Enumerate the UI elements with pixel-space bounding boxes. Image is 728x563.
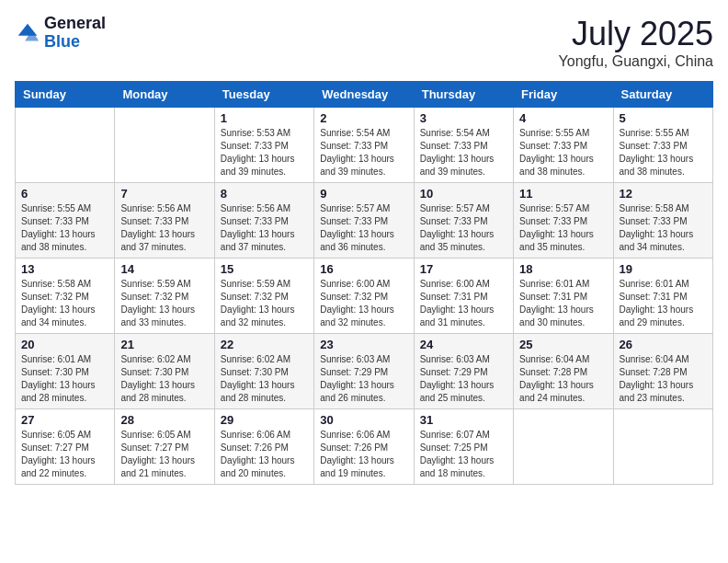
day-info: Sunrise: 6:05 AM Sunset: 7:27 PM Dayligh… bbox=[21, 429, 108, 480]
day-info: Sunrise: 6:06 AM Sunset: 7:26 PM Dayligh… bbox=[221, 429, 308, 480]
calendar-cell: 2Sunrise: 5:54 AM Sunset: 7:33 PM Daylig… bbox=[314, 108, 414, 183]
location-title: Yongfu, Guangxi, China bbox=[559, 53, 713, 70]
day-info: Sunrise: 6:00 AM Sunset: 7:32 PM Dayligh… bbox=[320, 278, 407, 329]
day-info: Sunrise: 6:04 AM Sunset: 7:28 PM Dayligh… bbox=[620, 353, 707, 405]
day-info: Sunrise: 5:56 AM Sunset: 7:33 PM Dayligh… bbox=[120, 202, 208, 254]
calendar-cell: 4Sunrise: 5:55 AM Sunset: 7:33 PM Daylig… bbox=[514, 108, 613, 183]
calendar-cell: 23Sunrise: 6:03 AM Sunset: 7:29 PM Dayli… bbox=[314, 334, 414, 409]
day-of-week-header: Sunday bbox=[16, 82, 115, 108]
day-info: Sunrise: 6:01 AM Sunset: 7:30 PM Dayligh… bbox=[21, 353, 108, 405]
calendar-cell: 7Sunrise: 5:56 AM Sunset: 7:33 PM Daylig… bbox=[115, 183, 214, 259]
day-info: Sunrise: 5:58 AM Sunset: 7:32 PM Dayligh… bbox=[21, 278, 108, 329]
day-number: 10 bbox=[420, 187, 507, 201]
day-info: Sunrise: 5:55 AM Sunset: 7:33 PM Dayligh… bbox=[519, 127, 607, 178]
day-number: 24 bbox=[420, 338, 507, 351]
day-info: Sunrise: 6:01 AM Sunset: 7:31 PM Dayligh… bbox=[519, 278, 607, 329]
day-of-week-header: Tuesday bbox=[214, 82, 313, 108]
day-info: Sunrise: 5:59 AM Sunset: 7:32 PM Dayligh… bbox=[120, 278, 208, 329]
day-info: Sunrise: 6:05 AM Sunset: 7:27 PM Dayligh… bbox=[120, 429, 208, 480]
calendar-week-row: 1Sunrise: 5:53 AM Sunset: 7:33 PM Daylig… bbox=[16, 108, 713, 183]
calendar-cell: 8Sunrise: 5:56 AM Sunset: 7:33 PM Daylig… bbox=[214, 183, 313, 259]
day-number: 1 bbox=[221, 111, 308, 125]
calendar-cell: 6Sunrise: 5:55 AM Sunset: 7:33 PM Daylig… bbox=[16, 183, 115, 259]
day-number: 23 bbox=[320, 338, 407, 351]
day-number: 18 bbox=[519, 262, 607, 276]
day-number: 27 bbox=[21, 413, 108, 427]
logo: General Blue bbox=[15, 15, 106, 52]
day-number: 16 bbox=[320, 262, 407, 276]
day-info: Sunrise: 5:57 AM Sunset: 7:33 PM Dayligh… bbox=[420, 202, 507, 254]
day-info: Sunrise: 5:56 AM Sunset: 7:33 PM Dayligh… bbox=[221, 202, 308, 254]
calendar-cell bbox=[115, 108, 214, 183]
calendar-cell: 13Sunrise: 5:58 AM Sunset: 7:32 PM Dayli… bbox=[16, 259, 115, 334]
day-info: Sunrise: 5:55 AM Sunset: 7:33 PM Dayligh… bbox=[620, 127, 707, 178]
calendar-cell: 22Sunrise: 6:02 AM Sunset: 7:30 PM Dayli… bbox=[214, 334, 313, 409]
calendar-week-row: 13Sunrise: 5:58 AM Sunset: 7:32 PM Dayli… bbox=[16, 259, 713, 334]
days-of-week-row: SundayMondayTuesdayWednesdayThursdayFrid… bbox=[16, 82, 713, 108]
calendar-week-row: 6Sunrise: 5:55 AM Sunset: 7:33 PM Daylig… bbox=[16, 183, 713, 259]
logo-icon bbox=[15, 20, 40, 46]
calendar-cell: 27Sunrise: 6:05 AM Sunset: 7:27 PM Dayli… bbox=[16, 409, 115, 485]
calendar-cell: 12Sunrise: 5:58 AM Sunset: 7:33 PM Dayli… bbox=[613, 183, 712, 259]
day-number: 20 bbox=[21, 338, 108, 351]
calendar-cell: 25Sunrise: 6:04 AM Sunset: 7:28 PM Dayli… bbox=[514, 334, 613, 409]
calendar-cell: 21Sunrise: 6:02 AM Sunset: 7:30 PM Dayli… bbox=[115, 334, 214, 409]
day-info: Sunrise: 6:07 AM Sunset: 7:25 PM Dayligh… bbox=[420, 429, 507, 480]
calendar-cell bbox=[16, 108, 115, 183]
day-number: 29 bbox=[221, 413, 308, 427]
day-number: 15 bbox=[221, 262, 308, 276]
day-info: Sunrise: 6:02 AM Sunset: 7:30 PM Dayligh… bbox=[120, 353, 208, 405]
calendar-cell: 30Sunrise: 6:06 AM Sunset: 7:26 PM Dayli… bbox=[314, 409, 414, 485]
calendar-cell: 28Sunrise: 6:05 AM Sunset: 7:27 PM Dayli… bbox=[115, 409, 214, 485]
calendar-cell bbox=[613, 409, 712, 485]
day-info: Sunrise: 5:55 AM Sunset: 7:33 PM Dayligh… bbox=[21, 202, 108, 254]
day-info: Sunrise: 5:59 AM Sunset: 7:32 PM Dayligh… bbox=[221, 278, 308, 329]
calendar-cell: 9Sunrise: 5:57 AM Sunset: 7:33 PM Daylig… bbox=[314, 183, 414, 259]
day-number: 13 bbox=[21, 262, 108, 276]
day-number: 3 bbox=[420, 111, 507, 125]
calendar-cell: 18Sunrise: 6:01 AM Sunset: 7:31 PM Dayli… bbox=[514, 259, 613, 334]
day-of-week-header: Thursday bbox=[414, 82, 513, 108]
day-number: 5 bbox=[620, 111, 707, 125]
logo-text: General Blue bbox=[44, 15, 106, 52]
calendar-cell: 3Sunrise: 5:54 AM Sunset: 7:33 PM Daylig… bbox=[414, 108, 513, 183]
calendar-cell bbox=[514, 409, 613, 485]
day-of-week-header: Wednesday bbox=[314, 82, 414, 108]
title-block: July 2025 Yongfu, Guangxi, China bbox=[559, 15, 713, 70]
day-info: Sunrise: 5:57 AM Sunset: 7:33 PM Dayligh… bbox=[320, 202, 407, 254]
day-of-week-header: Monday bbox=[115, 82, 214, 108]
calendar-header: SundayMondayTuesdayWednesdayThursdayFrid… bbox=[16, 82, 713, 108]
day-number: 12 bbox=[620, 187, 707, 201]
day-info: Sunrise: 6:02 AM Sunset: 7:30 PM Dayligh… bbox=[221, 353, 308, 405]
calendar-week-row: 27Sunrise: 6:05 AM Sunset: 7:27 PM Dayli… bbox=[16, 409, 713, 485]
day-number: 4 bbox=[519, 111, 607, 125]
day-info: Sunrise: 6:03 AM Sunset: 7:29 PM Dayligh… bbox=[420, 353, 507, 405]
calendar-body: 1Sunrise: 5:53 AM Sunset: 7:33 PM Daylig… bbox=[16, 108, 713, 485]
calendar-cell: 10Sunrise: 5:57 AM Sunset: 7:33 PM Dayli… bbox=[414, 183, 513, 259]
day-number: 19 bbox=[620, 262, 707, 276]
day-info: Sunrise: 6:04 AM Sunset: 7:28 PM Dayligh… bbox=[519, 353, 607, 405]
calendar-week-row: 20Sunrise: 6:01 AM Sunset: 7:30 PM Dayli… bbox=[16, 334, 713, 409]
calendar-cell: 29Sunrise: 6:06 AM Sunset: 7:26 PM Dayli… bbox=[214, 409, 313, 485]
day-number: 9 bbox=[320, 187, 407, 201]
calendar-cell: 16Sunrise: 6:00 AM Sunset: 7:32 PM Dayli… bbox=[314, 259, 414, 334]
calendar-cell: 11Sunrise: 5:57 AM Sunset: 7:33 PM Dayli… bbox=[514, 183, 613, 259]
logo-general: General bbox=[44, 15, 106, 33]
calendar-cell: 20Sunrise: 6:01 AM Sunset: 7:30 PM Dayli… bbox=[16, 334, 115, 409]
calendar-cell: 24Sunrise: 6:03 AM Sunset: 7:29 PM Dayli… bbox=[414, 334, 513, 409]
day-number: 21 bbox=[120, 338, 208, 351]
calendar-cell: 15Sunrise: 5:59 AM Sunset: 7:32 PM Dayli… bbox=[214, 259, 313, 334]
calendar-cell: 19Sunrise: 6:01 AM Sunset: 7:31 PM Dayli… bbox=[613, 259, 712, 334]
day-number: 11 bbox=[519, 187, 607, 201]
calendar-table: SundayMondayTuesdayWednesdayThursdayFrid… bbox=[15, 81, 713, 485]
day-number: 2 bbox=[320, 111, 407, 125]
day-number: 25 bbox=[519, 338, 607, 351]
day-info: Sunrise: 5:57 AM Sunset: 7:33 PM Dayligh… bbox=[519, 202, 607, 254]
calendar-cell: 5Sunrise: 5:55 AM Sunset: 7:33 PM Daylig… bbox=[613, 108, 712, 183]
day-number: 26 bbox=[620, 338, 707, 351]
day-number: 28 bbox=[120, 413, 208, 427]
logo-blue: Blue bbox=[44, 33, 106, 52]
page-header: General Blue July 2025 Yongfu, Guangxi, … bbox=[15, 15, 713, 70]
day-number: 22 bbox=[221, 338, 308, 351]
day-info: Sunrise: 6:01 AM Sunset: 7:31 PM Dayligh… bbox=[620, 278, 707, 329]
